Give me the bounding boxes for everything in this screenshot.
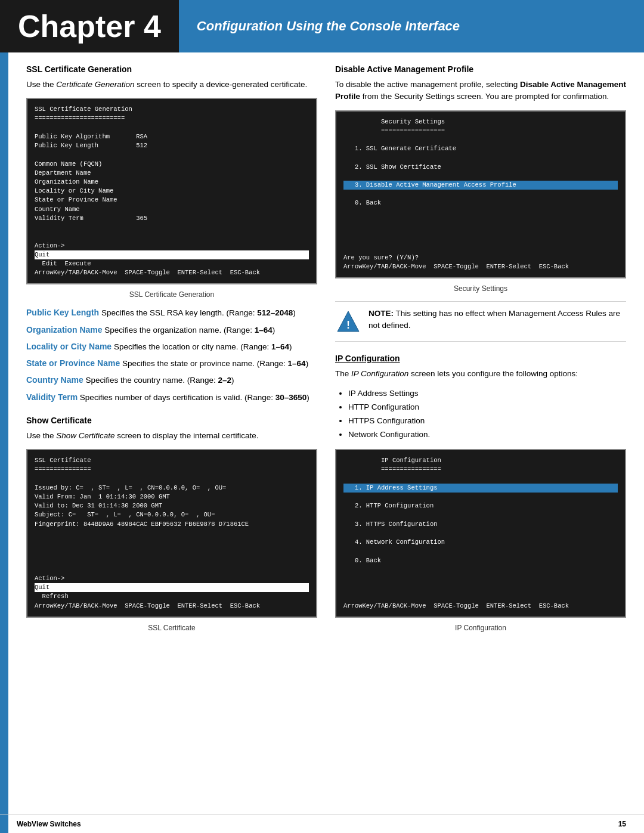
param-label: Validity Term	[26, 392, 78, 402]
bullet-ip-address: IP Address Settings	[348, 387, 626, 401]
chapter-label: Chapter 4	[0, 0, 179, 52]
note-text: NOTE: This setting has no effect when Ma…	[369, 308, 626, 332]
console-line: Organization Name	[35, 178, 98, 185]
console-line: Public Key Algorithm RSA	[35, 133, 147, 140]
ip-config-caption: IP Configuration	[335, 624, 626, 632]
console-highlight-row: 3. Disable Active Management Access Prof…	[343, 181, 618, 190]
show-cert-section: Show Certificate Use the Show Certificat…	[26, 416, 317, 632]
param-text: Specifies the location or city name. (Ra…	[112, 342, 292, 351]
footer-left: WebView Switches	[17, 820, 81, 828]
note-svg-icon: !	[335, 309, 361, 335]
param-text: Specifies the SSL RSA key length. (Range…	[99, 308, 296, 317]
chapter-text: Chapter 4	[18, 8, 161, 44]
console-line: Are you sure? (Y/N)?	[343, 254, 419, 261]
console-line: Public Key Length 512	[35, 142, 147, 149]
left-column: SSL Certificate Generation Use the Certi…	[26, 64, 317, 640]
console-line: ArrowKey/TAB/BACK-Move SPACE-Toggle ENTE…	[35, 602, 260, 609]
param-country: Country Name Specifies the country name.…	[26, 374, 317, 386]
param-public-key-length: Public Key Length Specifies the SSL RSA …	[26, 307, 317, 319]
ip-config-body: The IP Configuration screen lets you con…	[335, 368, 626, 380]
console-line: SSL Certificate	[35, 457, 91, 464]
page-footer: WebView Switches 15	[0, 815, 644, 833]
console-line: IP Configuration	[343, 457, 441, 464]
ip-config-section: IP Configuration The IP Configuration sc…	[335, 354, 626, 632]
page-content: SSL Certificate Generation Use the Certi…	[8, 52, 644, 652]
console-line: Locality or City Name	[35, 187, 113, 194]
console-line: Validity Term 365	[35, 215, 147, 222]
header-title: Configuration Using the Console Interfac…	[197, 18, 460, 34]
param-label: Organization Name	[26, 325, 103, 335]
console-line: Common Name (FQCN)	[35, 160, 102, 168]
show-cert-caption: SSL Certificate	[26, 624, 317, 632]
console-line: Subject: C= ST= , L= , CN=0.0.0.0, O= , …	[35, 511, 215, 518]
console-line: SSL Certificate Generation	[35, 106, 132, 113]
console-line: Fingerprint: 844BD9A6 48984CAC EBF05632 …	[35, 521, 249, 528]
disable-mgmt-section: Disable Active Management Profile To dis…	[335, 64, 626, 342]
bullet-http: HTTP Configuration	[348, 401, 626, 414]
console-line: 0. Back	[343, 199, 381, 206]
param-state: State or Province Name Specifies the sta…	[26, 358, 317, 370]
param-org-name: Organization Name Specifies the organiza…	[26, 324, 317, 336]
ssl-cert-gen-console: SSL Certificate Generation =============…	[26, 98, 317, 284]
console-line: 2. SSL Show Certificate	[343, 163, 441, 171]
note-icon: !	[335, 309, 361, 335]
console-line: Valid to: Dec 31 01:14:30 2000 GMT	[35, 502, 162, 509]
note-bold: NOTE:	[369, 309, 394, 318]
console-line: ArrowKey/TAB/BACK-Move SPACE-Toggle ENTE…	[343, 263, 569, 270]
param-locality: Locality or City Name Specifies the loca…	[26, 341, 317, 353]
param-label: Public Key Length	[26, 308, 99, 317]
param-text: Specifies the organization name. (Range:…	[103, 326, 275, 335]
ssl-cert-gen-heading: SSL Certificate Generation	[26, 64, 317, 74]
console-line: 2. HTTP Configuration	[343, 502, 434, 509]
param-label: Locality or City Name	[26, 342, 112, 351]
param-text: Specifies the state or province name. (R…	[120, 359, 308, 368]
param-text: Specifies number of days certification i…	[78, 393, 309, 402]
footer-right: 15	[618, 820, 626, 828]
page-header: Chapter 4 Configuration Using the Consol…	[0, 0, 644, 52]
console-line: 1. SSL Generate Certificate	[343, 145, 456, 152]
disable-mgmt-bold: Disable Active Management Profile	[335, 80, 626, 101]
disable-mgmt-body: To disable the active management profile…	[335, 79, 626, 103]
console-line: ArrowKey/TAB/BACK-Move SPACE-Toggle ENTE…	[343, 602, 569, 609]
show-cert-body: Use the Show Certificate screen to displ…	[26, 430, 317, 442]
console-line: Action-> Quit Edit Execute	[35, 242, 309, 267]
param-text: Specifies the country name. (Range: 2–2)	[83, 376, 234, 385]
console-line: Security Settings	[343, 118, 445, 125]
left-accent-bar	[0, 52, 8, 833]
console-line: ===============	[35, 466, 91, 473]
bullet-network: Network Configuration.	[348, 428, 626, 442]
security-settings-console: Security Settings ================= 1. S…	[335, 110, 626, 279]
console-line: ArrowKey/TAB/BACK-Move SPACE-Toggle ENTE…	[35, 269, 260, 276]
console-highlight-row: 1. IP Address Settings	[343, 484, 618, 493]
console-line: Action-> Quit Refresh	[35, 575, 309, 600]
note-box: ! NOTE: This setting has no effect when …	[335, 301, 626, 342]
console-line: ================	[343, 466, 441, 473]
console-line: State or Province Name	[35, 196, 117, 203]
param-label: Country Name	[26, 375, 83, 385]
show-cert-heading: Show Certificate	[26, 416, 317, 425]
disable-mgmt-heading: Disable Active Management Profile	[335, 64, 626, 74]
console-line: 4. Network Configuration	[343, 538, 445, 546]
console-line: =================	[343, 127, 445, 134]
ip-config-bullet-list: IP Address Settings HTTP Configuration H…	[348, 387, 626, 442]
ssl-cert-gen-italic: Certificate Generation	[56, 80, 134, 89]
console-line: 3. HTTPS Configuration	[343, 521, 438, 528]
right-column: Disable Active Management Profile To dis…	[335, 64, 626, 640]
ip-config-console: IP Configuration ================ 1. IP …	[335, 449, 626, 618]
param-validity: Validity Term Specifies number of days c…	[26, 392, 317, 404]
ip-config-italic: IP Configuration	[351, 369, 408, 378]
ssl-cert-gen-body: Use the Certificate Generation screen to…	[26, 79, 317, 91]
console-line: ========================	[35, 114, 125, 122]
show-cert-console: SSL Certificate =============== Issued b…	[26, 449, 317, 618]
ip-config-heading: IP Configuration	[335, 354, 626, 363]
bullet-https: HTTPS Configuration	[348, 414, 626, 428]
console-line: Issued by: C= , ST= , L= , CN=0.0.0.0, O…	[35, 484, 226, 491]
console-line: Department Name	[35, 169, 91, 176]
ssl-cert-gen-section: SSL Certificate Generation Use the Certi…	[26, 64, 317, 404]
param-label: State or Province Name	[26, 358, 120, 368]
console-line: 0. Back	[343, 557, 381, 564]
console-line: Country Name	[35, 206, 80, 213]
ssl-cert-gen-caption: SSL Certificate Generation	[26, 290, 317, 299]
security-settings-caption: Security Settings	[335, 284, 626, 293]
header-title-bar: Configuration Using the Console Interfac…	[179, 0, 644, 52]
